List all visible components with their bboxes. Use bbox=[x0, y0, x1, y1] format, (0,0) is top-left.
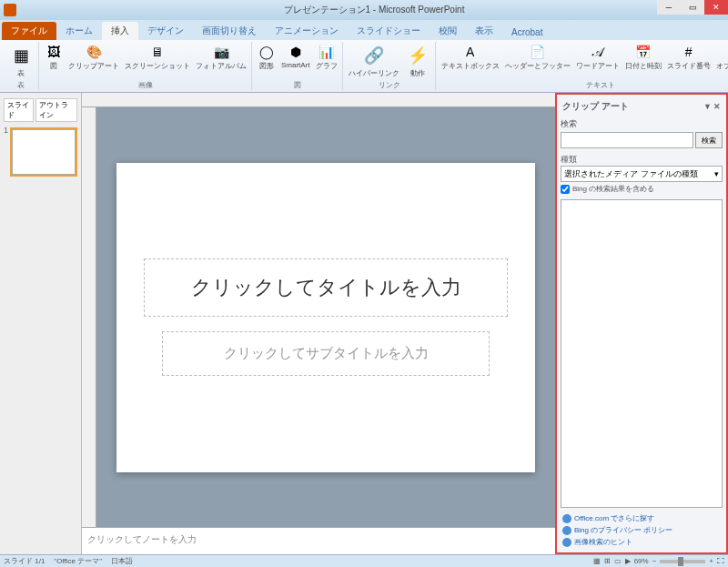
scope-value: 選択されたメディア ファイルの種類 bbox=[564, 168, 698, 180]
tab-design[interactable]: デザイン bbox=[138, 22, 193, 40]
tab-animations[interactable]: アニメーション bbox=[266, 22, 348, 40]
search-button[interactable]: 検索 bbox=[695, 132, 723, 148]
ribbon-icon: 📷 bbox=[212, 43, 230, 61]
results-area bbox=[561, 199, 723, 508]
ribbon-icon: 📄 bbox=[529, 43, 547, 61]
ribbon-label: 図 bbox=[50, 61, 57, 71]
link-bing-privacy[interactable]: Bing のプライバシー ポリシー bbox=[562, 525, 721, 535]
ribbon-label: SmartArt bbox=[281, 61, 310, 69]
ribbon-button[interactable]: 📄ヘッダーとフッター bbox=[503, 42, 572, 72]
ribbon-icon: ◯ bbox=[258, 43, 276, 61]
link-icon bbox=[562, 526, 571, 535]
ribbon-button[interactable]: 𝒜ワードアート bbox=[574, 42, 622, 72]
tab-slideshow[interactable]: スライドショー bbox=[348, 22, 430, 40]
ribbon-label: 動作 bbox=[410, 68, 425, 78]
ribbon-icon: 📊 bbox=[318, 43, 336, 61]
zoom-fit-icon[interactable]: ⛶ bbox=[717, 557, 724, 565]
tab-transitions[interactable]: 画面切り替え bbox=[193, 22, 266, 40]
theme-name: "Office テーマ" bbox=[54, 556, 102, 566]
tab-insert[interactable]: 挿入 bbox=[102, 22, 138, 40]
ribbon-icon: ⚡ bbox=[405, 43, 430, 68]
clipart-taskpane: クリップ アート ▼ ✕ 検索 検索 種類 選択されたメディア ファイルの種類 … bbox=[555, 93, 728, 554]
zoom-out-icon[interactable]: − bbox=[652, 557, 657, 565]
window-title: プレゼンテーション1 - Microsoft PowerPoint bbox=[20, 4, 728, 16]
ribbon-icon: 🖼 bbox=[45, 43, 63, 61]
link-office[interactable]: Office.com でさらに探す bbox=[562, 513, 721, 523]
ribbon-label: 図形 bbox=[259, 61, 274, 71]
ribbon-button[interactable]: 📊グラフ bbox=[314, 42, 339, 72]
ribbon-button[interactable]: 📅日付と時刻 bbox=[623, 42, 663, 72]
chevron-down-icon: ▾ bbox=[714, 169, 719, 178]
ribbon-button[interactable]: 🖥スクリーンショット bbox=[123, 42, 192, 72]
minimize-button[interactable]: ─ bbox=[657, 0, 681, 15]
tab-acrobat[interactable]: Acrobat bbox=[502, 25, 551, 40]
subtitle-placeholder[interactable]: クリックしてサブタイトルを入力 bbox=[162, 331, 490, 376]
tab-file[interactable]: ファイル bbox=[2, 22, 56, 40]
ribbon-button[interactable]: ◯図形 bbox=[256, 42, 278, 72]
ribbon-label: スライド番号 bbox=[667, 61, 711, 71]
link-icon bbox=[562, 538, 571, 547]
ribbon-button[interactable]: Aテキストボックス bbox=[440, 42, 501, 72]
view-sorter-icon[interactable]: ⊞ bbox=[604, 557, 611, 565]
tab-review[interactable]: 校閲 bbox=[430, 22, 466, 40]
ribbon-button[interactable]: ⚡動作 bbox=[403, 42, 432, 79]
ribbon-label: オブジェクト bbox=[716, 61, 728, 71]
thumbnail-pane: スライド アウトライン 1 bbox=[0, 93, 82, 554]
ribbon-label: フォトアルバム bbox=[196, 61, 247, 71]
ribbon-button[interactable]: ⎘オブジェクト bbox=[714, 42, 728, 72]
ribbon-label: ワードアート bbox=[576, 61, 620, 71]
zoom-slider[interactable] bbox=[660, 560, 705, 563]
thumb-tab-outline[interactable]: アウトライン bbox=[35, 98, 77, 122]
ribbon-button[interactable]: 🖼図 bbox=[43, 42, 65, 72]
link-search-hint[interactable]: 画像検索のヒント bbox=[562, 537, 721, 547]
view-reading-icon[interactable]: ▭ bbox=[614, 557, 622, 565]
slide-canvas[interactable]: クリックしてタイトルを入力 クリックしてサブタイトルを入力 bbox=[96, 107, 555, 527]
ribbon-label: ヘッダーとフッター bbox=[505, 61, 571, 71]
ribbon-button[interactable]: 📷フォトアルバム bbox=[194, 42, 248, 72]
ribbon-label: 日付と時刻 bbox=[625, 61, 662, 71]
view-slideshow-icon[interactable]: ▶ bbox=[625, 557, 631, 565]
search-input[interactable] bbox=[561, 132, 693, 148]
ribbon-button[interactable]: ▦表 bbox=[6, 42, 35, 79]
taskpane-menu-icon[interactable]: ▼ bbox=[703, 102, 712, 111]
thumb-tab-slides[interactable]: スライド bbox=[4, 98, 34, 122]
zoom-level[interactable]: 69% bbox=[634, 557, 649, 565]
ribbon-group: ▦表表 bbox=[4, 42, 39, 90]
ribbon-label: スクリーンショット bbox=[125, 61, 190, 71]
ribbon-group: 🖼図🎨クリップアート🖥スクリーンショット📷フォトアルバム画像 bbox=[40, 42, 252, 90]
notes-pane[interactable]: クリックしてノートを入力 bbox=[82, 527, 555, 554]
ribbon-group: ◯図形⬢SmartArt📊グラフ図 bbox=[253, 42, 343, 90]
ribbon-label: クリップアート bbox=[68, 61, 119, 71]
ribbon-button[interactable]: ⬢SmartArt bbox=[279, 42, 312, 72]
ribbon-group-label: 画像 bbox=[138, 80, 153, 90]
bing-checkbox-input[interactable] bbox=[561, 185, 570, 194]
ribbon-icon: 📅 bbox=[634, 43, 652, 61]
taskpane-header: クリップ アート ▼ ✕ bbox=[561, 98, 723, 115]
title-placeholder[interactable]: クリックしてタイトルを入力 bbox=[144, 258, 508, 317]
ribbon-group-label: テキスト bbox=[586, 80, 615, 90]
zoom-in-icon[interactable]: + bbox=[709, 557, 713, 565]
app-icon bbox=[4, 4, 16, 16]
scope-dropdown[interactable]: 選択されたメディア ファイルの種類 ▾ bbox=[561, 166, 723, 182]
tab-home[interactable]: ホーム bbox=[56, 22, 102, 40]
link-icon bbox=[562, 514, 571, 523]
maximize-button[interactable]: ▭ bbox=[681, 0, 704, 15]
ribbon-label: ハイパーリンク bbox=[349, 68, 399, 78]
taskpane-close-icon[interactable]: ✕ bbox=[713, 102, 721, 111]
window-controls: ─ ▭ ✕ bbox=[657, 0, 728, 15]
ribbon-button[interactable]: 🎨クリップアート bbox=[66, 42, 121, 72]
bing-checkbox[interactable]: Bing の検索結果を含める bbox=[561, 184, 723, 194]
ribbon-icon: ⬢ bbox=[287, 43, 305, 61]
vertical-ruler bbox=[82, 107, 96, 527]
slide-thumbnail-1[interactable] bbox=[12, 129, 76, 175]
close-button[interactable]: ✕ bbox=[704, 0, 728, 15]
ribbon-icon: 𝒜 bbox=[589, 43, 607, 61]
ribbon: ▦表表🖼図🎨クリップアート🖥スクリーンショット📷フォトアルバム画像◯図形⬢Sma… bbox=[0, 40, 728, 93]
slide-counter: スライド 1/1 bbox=[4, 556, 45, 566]
tab-view[interactable]: 表示 bbox=[466, 22, 502, 40]
language: 日本語 bbox=[111, 556, 133, 566]
scope-label: 種類 bbox=[561, 154, 723, 166]
view-normal-icon[interactable]: ▦ bbox=[593, 557, 601, 565]
ribbon-button[interactable]: #スライド番号 bbox=[665, 42, 713, 72]
ribbon-button[interactable]: 🔗ハイパーリンク bbox=[347, 42, 401, 79]
